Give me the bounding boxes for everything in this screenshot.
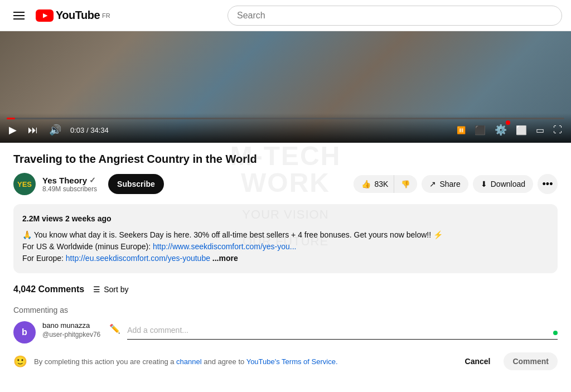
yt-logo-text: YouTube xyxy=(56,9,100,22)
show-more-button[interactable]: ...more xyxy=(212,254,238,263)
comment-submit-button[interactable]: Comment xyxy=(504,352,558,370)
miniplayer-button[interactable]: ⬜ xyxy=(514,123,529,138)
subtitles-button[interactable]: ⬛ xyxy=(472,123,488,138)
thumbs-up-icon: 👍 xyxy=(361,180,371,188)
fullscreen-button[interactable]: ⛶ xyxy=(551,123,564,137)
subscribe-button[interactable]: Subscribe xyxy=(108,174,164,194)
dislike-button[interactable]: 👎 xyxy=(394,175,417,193)
user-handle: @user-phitgpkev76 xyxy=(42,331,100,338)
channel-name: Yes Theory ✓ xyxy=(42,176,97,185)
volume-button[interactable]: 🔊 xyxy=(47,122,64,138)
time-display: 0:03 / 34:34 xyxy=(70,126,109,134)
next-button[interactable]: ⏭ xyxy=(26,122,40,138)
search-input[interactable] xyxy=(228,6,562,26)
user-name: bano munazza xyxy=(42,321,100,330)
settings-wrap: ⚙️ xyxy=(492,122,509,138)
user-avatar: b xyxy=(13,321,36,343)
yt-icon xyxy=(36,9,54,22)
sort-icon: ☰ xyxy=(93,285,100,294)
comment-actions-row: 🙂 By completing this action you are crea… xyxy=(13,348,558,375)
download-button[interactable]: ⬇ Download xyxy=(473,175,533,193)
comment-input[interactable] xyxy=(127,321,558,340)
us-link[interactable]: http://www.seekdiscomfort.com/yes-you... xyxy=(153,242,297,251)
video-controls: ▶ ⏭ 🔊 0:03 / 34:34 ⏸️ ⬛ ⚙️ ⬜ ▭ ⛶ xyxy=(0,113,571,143)
emoji-button[interactable]: 🙂 xyxy=(13,355,27,368)
channel-info: Yes Theory ✓ 8.49M subscribers xyxy=(42,176,97,193)
theater-button[interactable]: ▭ xyxy=(534,123,546,138)
like-dislike-group: 👍 83K 👎 xyxy=(354,175,417,193)
terms-of-service-link[interactable]: YouTube's Terms of Service. xyxy=(246,357,338,366)
comments-count: 4,042 Comments xyxy=(13,284,84,294)
ctrl-right: ⏸️ ⬛ ⚙️ ⬜ ▭ ⛶ xyxy=(454,122,564,138)
main-content: Traveling to the Angriest Country in the… xyxy=(0,143,571,384)
like-button[interactable]: 👍 83K xyxy=(354,175,394,193)
video-player: ▶ ⏭ 🔊 0:03 / 34:34 ⏸️ ⬛ ⚙️ ⬜ ▭ ⛶ xyxy=(0,31,571,143)
video-title: Traveling to the Angriest Country in the… xyxy=(13,152,558,166)
yt-country: FR xyxy=(102,12,110,19)
youtube-logo[interactable]: YouTubeFR xyxy=(36,9,110,22)
autoplay-toggle[interactable]: ⏸️ xyxy=(454,124,468,137)
description-meta: 2.2M views 2 weeks ago xyxy=(22,213,549,225)
more-options-button[interactable]: ••• xyxy=(538,174,558,194)
hamburger-menu[interactable] xyxy=(9,7,29,24)
search-bar xyxy=(228,6,562,26)
thumbs-down-icon: 👎 xyxy=(401,180,410,188)
play-button[interactable]: ▶ xyxy=(7,122,19,138)
user-info: bano munazza @user-phitgpkev76 xyxy=(42,321,100,338)
green-dot xyxy=(553,331,558,335)
description-box: 2.2M views 2 weeks ago 🙏 You know what d… xyxy=(13,204,558,273)
eu-link[interactable]: http://eu.seekdiscomfort.com/yes-youtube xyxy=(66,254,210,263)
comments-header: 4,042 Comments ☰ Sort by xyxy=(13,284,558,294)
description-text: 🙏 You know what day it is. Seekers Day i… xyxy=(22,229,549,264)
channel-avatar: YES xyxy=(13,173,36,195)
comment-input-row: b bano munazza @user-phitgpkev76 ✏️ xyxy=(13,321,558,343)
channel-row: YES Yes Theory ✓ 8.49M subscribers Subsc… xyxy=(13,173,558,195)
progress-fill xyxy=(7,118,15,119)
cancel-button[interactable]: Cancel xyxy=(458,352,497,370)
terms-text: By completing this action you are creati… xyxy=(34,357,452,366)
controls-row: ▶ ⏭ 🔊 0:03 / 34:34 ⏸️ ⬛ ⚙️ ⬜ ▭ ⛶ xyxy=(7,122,564,138)
download-icon: ⬇ xyxy=(481,180,487,188)
header: YouTubeFR xyxy=(0,0,571,31)
verified-badge: ✓ xyxy=(89,176,96,185)
edit-icon[interactable]: ✏️ xyxy=(109,323,120,334)
commenting-as-label: Commenting as xyxy=(13,306,558,314)
hd-indicator xyxy=(506,120,510,125)
action-buttons: 👍 83K 👎 ↗ Share ⬇ Download ••• xyxy=(354,174,558,194)
sort-button[interactable]: ☰ Sort by xyxy=(93,285,128,294)
progress-bar[interactable] xyxy=(7,118,564,119)
channel-link[interactable]: channel xyxy=(176,357,202,366)
channel-subscribers: 8.49M subscribers xyxy=(42,185,97,193)
share-icon: ↗ xyxy=(429,180,436,188)
comment-input-wrap xyxy=(127,321,558,340)
share-button[interactable]: ↗ Share xyxy=(422,175,468,193)
header-left: YouTubeFR xyxy=(9,7,110,24)
